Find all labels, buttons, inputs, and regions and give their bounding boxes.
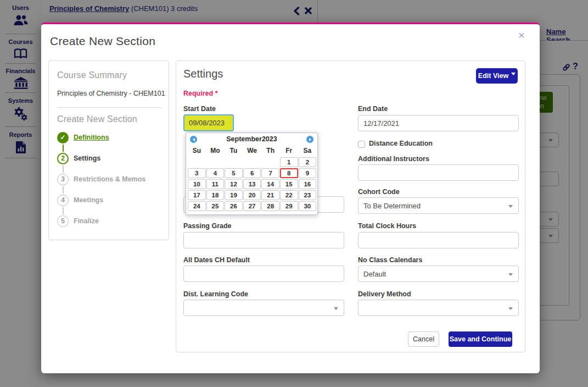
no-class-calendars-select[interactable]: Default (358, 266, 519, 282)
calendar-day-cell[interactable]: 22 (280, 190, 298, 200)
step-label[interactable]: Definitions (74, 134, 109, 141)
date-picker-popup: September2023 SuMoTuWeThFrSa123456789101… (186, 132, 318, 215)
cohort-code-select[interactable]: To Be Determined (358, 197, 519, 214)
dist-learning-code-label: Dist. Learning Code (183, 290, 248, 298)
calendar-day-cell[interactable]: 4 (206, 168, 225, 178)
step-number: 2 (57, 153, 69, 164)
all-dates-ch-default-label: All Dates CH Default (183, 256, 250, 264)
calendar-day-cell[interactable]: 28 (261, 201, 279, 211)
calendar-day-cell[interactable]: 5 (225, 168, 243, 178)
calendar-empty-cell (206, 157, 225, 167)
passing-grade-input[interactable] (183, 232, 344, 248)
step-label: Meetings (74, 196, 103, 204)
edit-view-button[interactable]: Edit View (476, 68, 518, 84)
calendar-day-cell[interactable]: 6 (243, 168, 261, 178)
passing-grade-label: Passing Grade (183, 222, 232, 230)
calendar-day-cell[interactable]: 7 (261, 168, 279, 178)
divider (57, 107, 161, 108)
total-clock-hours-input[interactable] (358, 232, 519, 248)
calendar-day-cell[interactable]: 29 (280, 201, 298, 211)
dist-learning-code-select[interactable] (183, 300, 344, 316)
calendar-day-header: Mo (206, 146, 225, 156)
calendar-day-cell[interactable]: 18 (206, 190, 225, 200)
create-new-section-modal: Create New Section × Course Summary Prin… (41, 23, 540, 373)
calendar-day-cell[interactable]: 9 (299, 168, 317, 178)
total-clock-hours-label: Total Clock Hours (358, 222, 416, 230)
step-check-icon: ✓ (57, 132, 69, 143)
calendar-month-title: September2023 (186, 135, 317, 143)
calendar-grid: SuMoTuWeThFrSa12345678910111213141516171… (188, 146, 317, 211)
chevron-down-icon (511, 73, 516, 78)
step-connector (63, 165, 64, 173)
step-number: 5 (57, 215, 69, 227)
calendar-day-header: Su (188, 146, 206, 156)
calendar-day-cell[interactable]: 15 (280, 179, 298, 189)
step-number: 4 (57, 195, 69, 206)
end-date-label: End Date (358, 105, 388, 113)
calendar-day-cell[interactable]: 11 (206, 179, 225, 189)
calendar-day-cell[interactable]: 17 (188, 190, 206, 200)
end-date-input[interactable] (358, 115, 519, 131)
step-connector (63, 145, 64, 152)
calendar-day-cell[interactable]: 25 (206, 201, 225, 211)
calendar-day-cell[interactable]: 14 (261, 179, 279, 189)
calendar-day-cell[interactable]: 10 (188, 179, 206, 189)
calendar-day-cell[interactable]: 26 (225, 201, 243, 211)
calendar-day-cell[interactable]: 20 (243, 190, 261, 200)
calendar-day-header: Fr (280, 146, 298, 156)
select-value: To Be Determined (363, 202, 421, 210)
calendar-day-cell[interactable]: 16 (299, 179, 317, 189)
calendar-day-cell[interactable]: 24 (188, 201, 206, 211)
step-connector (63, 207, 64, 214)
distance-education-label: Distance Education (369, 140, 433, 147)
distance-education-checkbox[interactable] (358, 141, 365, 148)
additional-instructors-input[interactable] (358, 164, 519, 181)
calendar-day-cell[interactable]: 23 (299, 190, 317, 200)
settings-heading: Settings (183, 68, 223, 80)
course-summary-card: Course Summary Principles of Chemistry -… (48, 60, 169, 240)
calendar-empty-cell (225, 157, 243, 167)
wizard-heading: Create New Section (57, 114, 137, 124)
delivery-method-label: Delivery Method (358, 290, 411, 298)
calendar-day-cell[interactable]: 27 (243, 201, 261, 211)
edit-view-label: Edit View (478, 72, 508, 80)
calendar-day-cell[interactable]: 30 (299, 201, 317, 211)
step-label: Restrictions & Memos (74, 175, 145, 183)
delivery-method-select[interactable] (358, 300, 519, 316)
no-class-calendars-label: No Class Calendars (358, 256, 422, 264)
calendar-day-cell[interactable]: 13 (243, 179, 261, 189)
calendar-next-month-icon[interactable] (306, 136, 313, 143)
calendar-selected-day[interactable]: 8 (280, 168, 298, 178)
calendar-day-cell[interactable]: 3 (188, 168, 206, 178)
required-note: Required * (183, 90, 218, 97)
modal-title: Create New Section (50, 35, 155, 48)
select-value: Default (363, 270, 386, 278)
additional-instructors-label: Additional Instructors (358, 155, 429, 163)
all-dates-ch-default-input[interactable] (183, 266, 344, 282)
calendar-day-header: Sa (299, 146, 317, 156)
calendar-day-cell[interactable]: 2 (299, 157, 317, 167)
calendar-day-cell[interactable]: 21 (261, 190, 279, 200)
cancel-button[interactable]: Cancel (408, 331, 439, 347)
calendar-day-cell[interactable]: 1 (280, 157, 298, 167)
step-number: 3 (57, 174, 69, 185)
start-date-label: Start Date (183, 105, 216, 113)
calendar-day-header: We (243, 146, 261, 156)
calendar-empty-cell (243, 157, 261, 167)
calendar-empty-cell (188, 157, 206, 167)
course-summary-course: Principles of Chemistry - CHEM101 (57, 90, 165, 97)
step-label: Finalize (74, 217, 99, 225)
modal-close-icon[interactable]: × (518, 30, 525, 41)
start-date-input[interactable] (183, 114, 234, 131)
calendar-day-cell[interactable]: 12 (225, 179, 243, 189)
calendar-empty-cell (261, 157, 279, 167)
calendar-day-header: Th (261, 146, 279, 156)
cohort-code-label: Cohort Code (358, 188, 400, 196)
settings-panel: Settings Edit View Required * Start Date… (176, 60, 525, 352)
step-connector (63, 186, 64, 194)
calendar-day-cell[interactable]: 19 (225, 190, 243, 200)
course-summary-heading: Course Summary (57, 70, 127, 80)
step-label: Settings (74, 154, 100, 162)
calendar-day-header: Tu (225, 146, 243, 156)
save-and-continue-button[interactable]: Save and Continue (449, 331, 512, 347)
